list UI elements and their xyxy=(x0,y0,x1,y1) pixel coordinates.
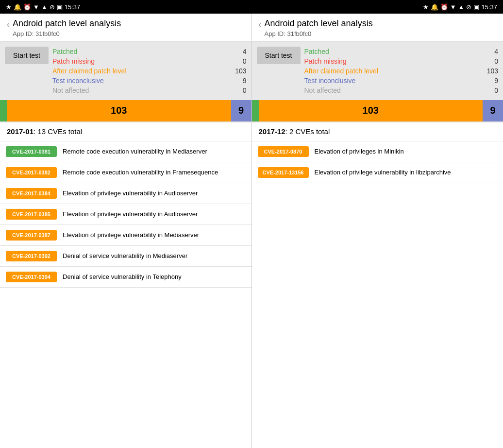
section-title-right: 2017-12: 2 CVEs total xyxy=(259,127,330,136)
cve-badge: CVE-2017-0392 xyxy=(6,251,57,261)
section-year-left: 2017-01 xyxy=(7,127,34,136)
bar-purple-right: 9 xyxy=(483,100,503,121)
panel-right-header: ‹ Android patch level analysis App ID: 3… xyxy=(252,14,503,42)
wifi-icon-right: ▼ xyxy=(450,3,456,11)
nfc-icon: ⊘ xyxy=(50,3,55,11)
cve-description: Elevation of privileges in Minikin xyxy=(315,147,404,156)
cve-list-left[interactable]: CVE-2017-0381Remote code execution vulne… xyxy=(0,141,252,448)
start-test-button-right[interactable]: Start test xyxy=(257,47,301,64)
stats-label-patched-right: Patched xyxy=(304,48,329,55)
panel-left-header: ‹ Android patch level analysis App ID: 3… xyxy=(0,14,252,42)
stats-row-notaffected-left: Not affected 0 xyxy=(52,86,247,95)
bar-purple-value-right: 9 xyxy=(490,105,495,116)
cve-badge: CVE-2017-0385 xyxy=(6,209,57,220)
start-test-button-left[interactable]: Start test xyxy=(5,47,49,64)
stats-row-patched-left: Patched 4 xyxy=(52,47,247,56)
panel-right-title: Android patch level analysis xyxy=(265,18,373,29)
nfc-icon-right: ⊘ xyxy=(466,3,471,11)
notification-icon: 🔔 xyxy=(14,3,21,11)
stats-value-patched-right: 4 xyxy=(488,48,498,55)
stats-label-notaffected-left: Not affected xyxy=(52,86,89,94)
star-icon-right: ★ xyxy=(423,3,429,11)
signal-icon-right: ▲ xyxy=(458,3,465,11)
panel-left-stats-list: Patched 4 Patch missing 0 After claimed … xyxy=(52,47,247,95)
list-item[interactable]: CVE-2017-0392Denial of service vulnerabi… xyxy=(0,246,252,267)
stats-row-patched-right: Patched 4 xyxy=(304,47,499,56)
stats-label-notaffected-right: Not affected xyxy=(304,86,341,94)
alarm-icon: ⏰ xyxy=(23,3,31,11)
list-item[interactable]: CVE-2017-13156Elevation of privilege vul… xyxy=(252,162,503,183)
progress-bar-left: 103 9 xyxy=(0,100,252,121)
notification-icon-right: 🔔 xyxy=(431,3,438,11)
bar-purple-value-left: 9 xyxy=(238,105,244,116)
star-icon: ★ xyxy=(6,3,12,11)
bar-green-right xyxy=(252,100,259,121)
stats-value-missing-right: 0 xyxy=(488,57,498,65)
section-header-right: 2017-12: 2 CVEs total xyxy=(252,121,503,141)
stats-value-inconclusive-left: 9 xyxy=(237,77,247,85)
cve-description: Denial of service vulnerability in Media… xyxy=(63,252,187,260)
stats-value-after-left: 103 xyxy=(235,67,246,75)
list-item[interactable]: CVE-2017-0385Elevation of privilege vuln… xyxy=(0,204,252,225)
cve-badge: CVE-2017-0870 xyxy=(258,146,309,157)
cve-description: Remote code execution vulnerability in M… xyxy=(63,147,207,156)
progress-bar-right: 103 9 xyxy=(252,100,503,121)
bar-orange-value-left: 103 xyxy=(111,105,127,116)
section-subtitle-right: 2 CVEs total xyxy=(289,127,330,136)
cve-badge: CVE-2017-0394 xyxy=(6,272,57,282)
chevron-right-icon[interactable]: ‹ xyxy=(259,19,262,30)
section-subtitle-left: 13 CVEs total xyxy=(37,127,82,136)
alarm-icon-right: ⏰ xyxy=(440,3,448,11)
bar-green-left xyxy=(0,100,7,121)
stats-value-after-right: 103 xyxy=(487,67,498,75)
stats-value-notaffected-left: 0 xyxy=(237,86,247,94)
panel-right-stats-list: Patched 4 Patch missing 0 After claimed … xyxy=(304,47,499,95)
stats-row-after-left: After claimed patch level 103 xyxy=(52,66,247,76)
time-right: 15:37 xyxy=(481,3,497,11)
cve-badge: CVE-2017-0384 xyxy=(6,188,57,199)
panel-right-stats-section: Start test Patched 4 Patch missing 0 Aft… xyxy=(252,42,503,100)
section-header-left: 2017-01: 13 CVEs total xyxy=(0,121,252,141)
stats-value-patched-left: 4 xyxy=(237,48,247,55)
battery-icon: ▣ xyxy=(57,3,63,11)
status-icons-left: ★ 🔔 ⏰ ▼ ▲ ⊘ ▣ 15:37 xyxy=(6,3,80,11)
cve-list-right[interactable]: CVE-2017-0870Elevation of privileges in … xyxy=(252,141,503,448)
panel-right-header-text: Android patch level analysis App ID: 31f… xyxy=(265,18,373,37)
bar-orange-value-right: 103 xyxy=(363,105,379,116)
stats-label-inconclusive-right: Test inconclusive xyxy=(304,77,356,85)
panel-left-title: Android patch level analysis xyxy=(13,18,121,29)
stats-row-notaffected-right: Not affected 0 xyxy=(304,86,499,95)
cve-description: Elevation of privilege vulnerability in … xyxy=(63,189,198,198)
panel-left-header-text: Android patch level analysis App ID: 31f… xyxy=(13,18,121,37)
cve-badge: CVE-2017-13156 xyxy=(258,167,309,178)
cve-description: Remote code execution vulnerability in F… xyxy=(63,168,218,177)
wifi-icon: ▼ xyxy=(33,3,39,11)
stats-row-inconclusive-left: Test inconclusive 9 xyxy=(52,76,247,86)
section-year-right: 2017-12 xyxy=(259,127,285,136)
list-item[interactable]: CVE-2017-0381Remote code execution vulne… xyxy=(0,141,252,162)
chevron-left-icon[interactable]: ‹ xyxy=(7,19,10,30)
stats-row-after-right: After claimed patch level 103 xyxy=(304,66,499,76)
bar-orange-left: 103 xyxy=(7,100,231,121)
stats-label-missing-left: Patch missing xyxy=(52,57,95,65)
stats-label-inconclusive-left: Test inconclusive xyxy=(52,77,104,85)
cve-badge: CVE-2017-0387 xyxy=(6,230,57,241)
panel-right: ‹ Android patch level analysis App ID: 3… xyxy=(252,14,503,448)
panel-left-stats-section: Start test Patched 4 Patch missing 0 Aft… xyxy=(0,42,252,100)
list-item[interactable]: CVE-2017-0870Elevation of privileges in … xyxy=(252,141,503,162)
cve-description: Elevation of privilege vulnerability in … xyxy=(315,168,451,177)
list-item[interactable]: CVE-2017-0382Remote code execution vulne… xyxy=(0,162,252,183)
list-item[interactable]: CVE-2017-0387Elevation of privilege vuln… xyxy=(0,225,252,246)
status-icons-right: ★ 🔔 ⏰ ▼ ▲ ⊘ ▣ 15:37 xyxy=(423,3,497,11)
stats-label-missing-right: Patch missing xyxy=(304,57,347,65)
panel-right-subtitle: App ID: 31fb0fc0 xyxy=(265,30,373,37)
stats-label-after-right: After claimed patch level xyxy=(304,67,379,75)
panel-left: ‹ Android patch level analysis App ID: 3… xyxy=(0,14,252,448)
cve-description: Elevation of privilege vulnerability in … xyxy=(63,231,199,240)
list-item[interactable]: CVE-2017-0384Elevation of privilege vuln… xyxy=(0,183,252,204)
section-title-left: 2017-01: 13 CVEs total xyxy=(7,127,82,136)
stats-value-inconclusive-right: 9 xyxy=(488,77,498,85)
stats-row-inconclusive-right: Test inconclusive 9 xyxy=(304,76,499,86)
list-item[interactable]: CVE-2017-0394Denial of service vulnerabi… xyxy=(0,267,252,288)
battery-icon-right: ▣ xyxy=(473,3,479,11)
